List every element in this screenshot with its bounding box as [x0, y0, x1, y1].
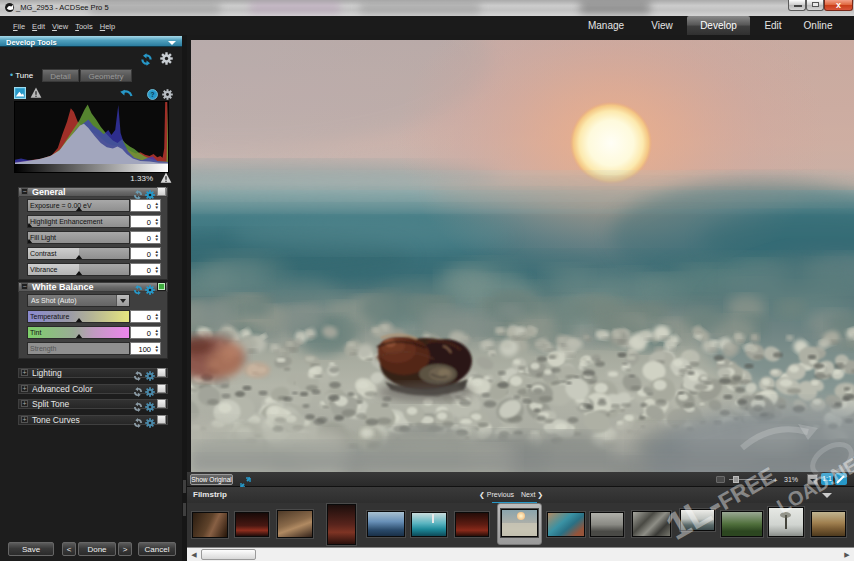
svg-text:?: ? — [150, 91, 154, 98]
